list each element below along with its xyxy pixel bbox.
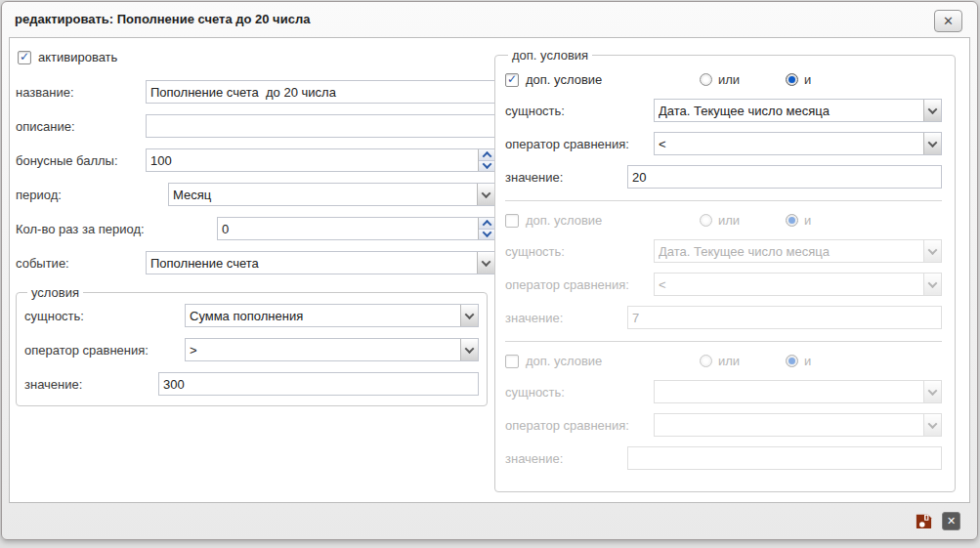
operator-row: оператор сравнения:	[505, 132, 942, 155]
value-label: значение:	[505, 311, 627, 325]
condition-entity-row: сущность:	[24, 304, 479, 327]
main-form: ✓ активировать название: описание: бонус…	[16, 50, 495, 406]
and-option: и	[786, 354, 811, 368]
operator-row: оператор сравнения:	[505, 273, 942, 296]
operator-label: оператор сравнения:	[505, 277, 654, 292]
close-icon: ✕	[943, 14, 954, 28]
bonus-label: бонусные баллы:	[16, 153, 146, 168]
operator-input[interactable]	[655, 133, 923, 154]
window-close-button[interactable]: ✕	[934, 10, 962, 32]
event-row: событие:	[16, 251, 495, 274]
entity-input[interactable]	[186, 305, 460, 326]
value-input[interactable]	[627, 446, 942, 470]
event-label: событие:	[16, 256, 146, 271]
extra-condition-toggle: ✓ доп. условие	[505, 72, 700, 87]
dropdown-trigger[interactable]	[923, 240, 941, 262]
and-radio[interactable]	[786, 73, 798, 86]
entity-input[interactable]	[655, 240, 923, 262]
operator-combobox	[654, 132, 942, 155]
and-option: и	[786, 72, 811, 87]
name-row: название:	[16, 80, 495, 104]
entity-combobox	[654, 239, 942, 263]
operator-combobox	[654, 413, 942, 437]
extra-condition-label: доп. условие	[526, 213, 602, 228]
value-input[interactable]	[627, 306, 942, 329]
extra-condition-group-2: ✓ доп. условие или и сущность:	[505, 213, 942, 329]
extra-condition-toggle: ✓ доп. условие	[505, 213, 700, 228]
dialog-content: ✓ активировать название: описание: бонус…	[9, 37, 970, 503]
value-label: значение:	[505, 451, 627, 466]
event-combobox	[146, 251, 495, 274]
entity-combobox	[185, 304, 479, 327]
times-spin-buttons	[478, 218, 494, 239]
times-input[interactable]	[218, 218, 478, 239]
operator-row: оператор сравнения:	[505, 413, 942, 437]
and-radio[interactable]	[786, 214, 798, 227]
or-option: или	[700, 354, 786, 368]
entity-label: сущность:	[505, 104, 654, 118]
description-row: описание:	[16, 114, 495, 138]
or-radio[interactable]	[700, 73, 712, 86]
extra-condition-label: доп. условие	[526, 72, 602, 87]
close-icon: ✕	[947, 516, 956, 527]
and-option: и	[786, 213, 811, 228]
chevron-down-icon	[928, 105, 938, 114]
description-input[interactable]	[146, 114, 495, 138]
floppy-save-icon	[915, 512, 933, 530]
condition-value-input[interactable]	[158, 372, 479, 396]
name-input[interactable]	[146, 80, 495, 104]
operator-input[interactable]	[655, 414, 923, 436]
footer-toolbar: ✕	[915, 512, 960, 530]
operator-input[interactable]	[186, 339, 460, 360]
dropdown-trigger[interactable]	[923, 100, 941, 121]
activate-label: активировать	[38, 50, 117, 64]
extra-condition-checkbox[interactable]: ✓	[505, 355, 519, 368]
close-button[interactable]: ✕	[942, 512, 960, 530]
bonus-spin-buttons	[478, 149, 494, 171]
value-input[interactable]	[627, 165, 942, 189]
save-button[interactable]	[915, 512, 933, 530]
entity-input[interactable]	[655, 381, 923, 402]
spinner-down-button[interactable]	[479, 229, 494, 240]
dropdown-trigger[interactable]	[460, 305, 478, 326]
spinner-down-button[interactable]	[479, 160, 494, 172]
dropdown-trigger[interactable]	[923, 414, 941, 436]
extra-condition-header: ✓ доп. условие или и	[505, 72, 942, 87]
extra-condition-checkbox[interactable]: ✓	[505, 73, 519, 87]
chevron-down-icon	[482, 189, 491, 198]
extra-condition-group-3: ✓ доп. условие или и сущность:	[505, 354, 942, 470]
value-row: значение:	[505, 165, 942, 189]
period-input[interactable]	[169, 184, 477, 205]
operator-label: оператор сравнения:	[505, 418, 654, 433]
value-label: значение:	[24, 377, 158, 392]
condition-operator-row: оператор сравнения:	[24, 338, 479, 361]
activate-checkbox[interactable]: ✓	[18, 51, 31, 64]
entity-input[interactable]	[655, 100, 923, 121]
dropdown-trigger[interactable]	[923, 274, 941, 295]
dropdown-trigger[interactable]	[460, 339, 478, 360]
times-spinner	[217, 217, 495, 240]
dropdown-trigger[interactable]	[923, 133, 941, 154]
name-label: название:	[16, 85, 146, 100]
dropdown-trigger[interactable]	[477, 252, 494, 274]
dialog-titlebar: редактировать: Пополнение счета до 20 чи…	[2, 2, 977, 36]
chevron-down-icon	[928, 138, 938, 148]
extra-condition-checkbox[interactable]: ✓	[505, 214, 519, 228]
entity-combobox	[654, 99, 942, 122]
operator-input[interactable]	[655, 274, 923, 295]
or-label: или	[718, 72, 740, 87]
bonus-row: бонусные баллы:	[16, 148, 495, 172]
entity-row: сущность:	[505, 380, 942, 403]
period-row: период:	[16, 183, 495, 206]
bonus-input[interactable]	[147, 149, 478, 171]
and-radio[interactable]	[786, 355, 798, 367]
dropdown-trigger[interactable]	[477, 184, 494, 205]
dropdown-trigger[interactable]	[923, 381, 941, 402]
event-input[interactable]	[147, 252, 477, 274]
or-radio[interactable]	[700, 214, 712, 227]
extra-condition-header: ✓ доп. условие или и	[505, 213, 942, 228]
or-radio[interactable]	[700, 355, 712, 367]
conditions-fieldset: условия сущность: оператор сравнения:	[16, 285, 488, 406]
dialog-title: редактировать: Пополнение счета до 20 чи…	[15, 12, 310, 26]
extra-condition-label: доп. условие	[526, 354, 602, 368]
